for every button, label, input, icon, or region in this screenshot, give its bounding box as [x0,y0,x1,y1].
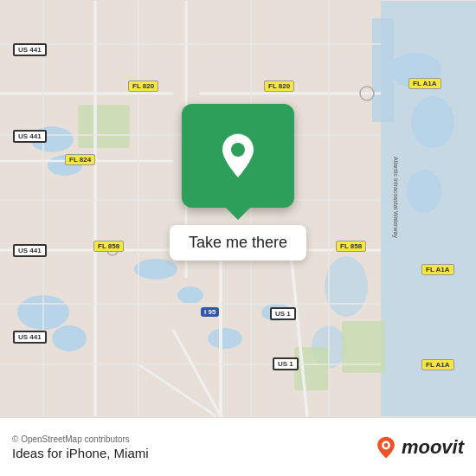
popup-card: Take me there [170,104,306,261]
moovit-pin-icon [374,435,398,460]
svg-point-11 [177,286,203,304]
road-label-fla1a-1: FL A1A [408,78,441,89]
road-label-us441-4: US 441 [13,331,47,344]
map-area[interactable]: Atlantic Intracoastal Waterway FL 820 FL… [0,0,476,417]
road-label-fl820-left: FL 820 [128,80,158,92]
popup-label: Take me there [189,234,287,251]
road-label-us1-1: US 1 [270,307,296,320]
road-label-us441-1: US 441 [13,43,47,56]
bottom-bar: © OpenStreetMap contributors Ideas for i… [0,417,476,476]
moovit-text: moovit [402,436,464,459]
bottom-left: © OpenStreetMap contributors Ideas for i… [12,434,149,460]
road-label-i95: I 95 [201,307,219,317]
popup-label-box[interactable]: Take me there [170,225,306,261]
svg-point-4 [411,96,454,148]
copyright-text: © OpenStreetMap contributors [12,434,149,444]
svg-point-44 [383,443,388,447]
svg-point-5 [407,170,441,213]
moovit-logo[interactable]: moovit [374,435,464,460]
road-label-fl820-right: FL 820 [264,80,294,92]
svg-point-12 [208,328,242,349]
svg-text:Atlantic Intracoastal Waterway: Atlantic Intracoastal Waterway [392,157,399,238]
location-icon [216,130,260,182]
svg-point-9 [52,325,87,351]
road-label-fl858-right: FL 858 [336,241,366,252]
road-label-fl858-left: FL 858 [93,241,124,252]
svg-rect-17 [342,321,385,373]
road-label-fl824: FL 824 [65,154,95,165]
road-label-us441-3: US 441 [13,244,47,257]
road-label-fla1a-3: FL A1A [421,359,454,370]
road-label-fla1a-2: FL A1A [421,264,454,275]
svg-point-14 [325,256,368,317]
svg-point-10 [134,259,177,280]
popup-bubble [182,104,294,208]
app: Atlantic Intracoastal Waterway FL 820 FL… [0,0,476,476]
app-title: Ideas for iPhone, Miami [12,446,149,460]
svg-rect-16 [78,105,130,148]
road-label-us441-2: US 441 [13,130,47,143]
road-label-us1-2: US 1 [273,357,299,370]
svg-point-42 [231,143,245,157]
